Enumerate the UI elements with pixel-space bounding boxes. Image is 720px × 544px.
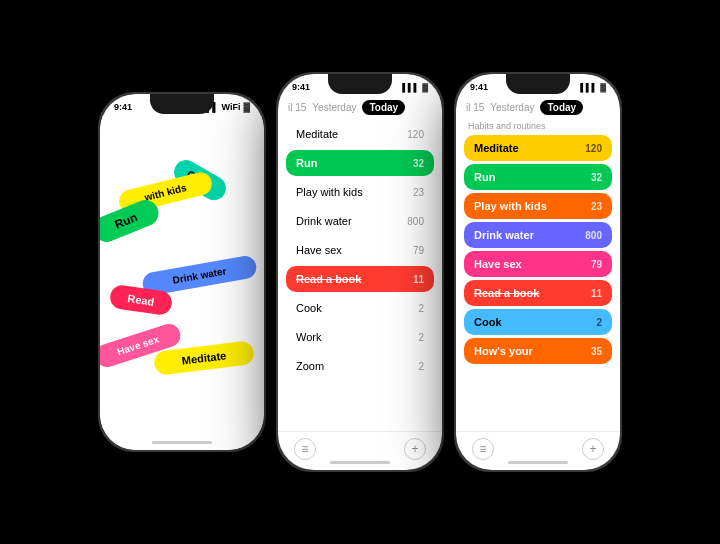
bottom-bar-right: ≡ + bbox=[456, 431, 620, 470]
habit-havesex-c: Have sex 79 bbox=[286, 237, 434, 263]
habit-label: Meditate bbox=[296, 128, 338, 140]
habit-work-c: Work 2 bbox=[286, 324, 434, 350]
habit-playkids-r: Play with kids 23 bbox=[464, 193, 612, 219]
habits-list-right: Meditate 120 Run 32 Play with kids 23 Dr… bbox=[456, 135, 620, 431]
notch-left bbox=[150, 94, 214, 114]
habit-count: 2 bbox=[418, 303, 424, 314]
habit-readbook-c: Read a book 11 bbox=[286, 266, 434, 292]
habit-count: 2 bbox=[596, 317, 602, 328]
habit-playkids-c: Play with kids 23 bbox=[286, 179, 434, 205]
habit-count: 79 bbox=[413, 245, 424, 256]
habit-cook-c: Cook 2 bbox=[286, 295, 434, 321]
habit-count: 2 bbox=[418, 361, 424, 372]
time-center: 9:41 bbox=[292, 82, 310, 92]
wifi-icon: WiFi bbox=[222, 102, 241, 112]
notch-center bbox=[328, 74, 392, 94]
nav-prev2-right: il 15 bbox=[466, 102, 484, 113]
nav-prev1-center: Yesterday bbox=[312, 102, 356, 113]
nav-prev2-center: il 15 bbox=[288, 102, 306, 113]
phone-left: 9:41 ▌▌▌ WiFi ▓ Cook with kids Run Drink… bbox=[98, 92, 266, 452]
habit-label: Play with kids bbox=[296, 186, 363, 198]
habit-count: 120 bbox=[585, 143, 602, 154]
habit-count: 79 bbox=[591, 259, 602, 270]
habit-label: How's your bbox=[474, 345, 533, 357]
habit-run-c: Run 32 bbox=[286, 150, 434, 176]
habit-count: 800 bbox=[585, 230, 602, 241]
nav-today-right[interactable]: Today bbox=[540, 100, 583, 115]
habit-label: Zoom bbox=[296, 360, 324, 372]
battery-icon-c: ▓ bbox=[422, 83, 428, 92]
habit-label: Read a book bbox=[474, 287, 539, 299]
add-icon-r[interactable]: + bbox=[582, 438, 604, 460]
habit-label: Drink water bbox=[296, 215, 352, 227]
nav-bar-right: il 15 Yesterday Today bbox=[456, 96, 620, 121]
habit-label: Cook bbox=[474, 316, 502, 328]
time-right: 9:41 bbox=[470, 82, 488, 92]
pills-area: Cook with kids Run Drink water Read Have… bbox=[100, 116, 264, 450]
bottom-bar-center: ≡ + bbox=[278, 431, 442, 470]
add-icon-c[interactable]: + bbox=[404, 438, 426, 460]
battery-icon: ▓ bbox=[243, 102, 250, 112]
status-icons-right: ▌▌▌ ▓ bbox=[580, 83, 606, 92]
habit-count: 32 bbox=[413, 158, 424, 169]
section-label-right: Habits and routines bbox=[456, 121, 620, 135]
habit-readbook-r: Read a book 11 bbox=[464, 280, 612, 306]
menu-icon-r[interactable]: ≡ bbox=[472, 438, 494, 460]
habit-havesex-r: Have sex 79 bbox=[464, 251, 612, 277]
habit-label: Work bbox=[296, 331, 321, 343]
habit-label: Have sex bbox=[474, 258, 522, 270]
status-icons-center: ▌▌▌ ▓ bbox=[402, 83, 428, 92]
habit-count: 120 bbox=[407, 129, 424, 140]
habit-count: 800 bbox=[407, 216, 424, 227]
habit-drinkwater-c: Drink water 800 bbox=[286, 208, 434, 234]
habit-zoom-c: Zoom 2 bbox=[286, 353, 434, 379]
habit-run-r: Run 32 bbox=[464, 164, 612, 190]
habit-count: 23 bbox=[413, 187, 424, 198]
habit-label: Run bbox=[296, 157, 317, 169]
habit-label: Read a book bbox=[296, 273, 361, 285]
pill-run: Run bbox=[100, 196, 162, 246]
habit-cook-r: Cook 2 bbox=[464, 309, 612, 335]
habit-label: Drink water bbox=[474, 229, 534, 241]
habits-list-center: Meditate 120 Run 32 Play with kids 23 Dr… bbox=[278, 121, 442, 431]
habit-count: 11 bbox=[591, 288, 602, 299]
habit-label: Play with kids bbox=[474, 200, 547, 212]
habit-label: Meditate bbox=[474, 142, 519, 154]
screen-center: 9:41 ▌▌▌ ▓ il 15 Yesterday Today Meditat… bbox=[278, 74, 442, 470]
notch-right bbox=[506, 74, 570, 94]
screen-left: 9:41 ▌▌▌ WiFi ▓ Cook with kids Run Drink… bbox=[100, 94, 264, 450]
habit-howsyour-r: How's your 35 bbox=[464, 338, 612, 364]
signal-icon-c: ▌▌▌ bbox=[402, 83, 419, 92]
habit-count: 35 bbox=[591, 346, 602, 357]
phones-container: 9:41 ▌▌▌ WiFi ▓ Cook with kids Run Drink… bbox=[98, 72, 622, 472]
habit-count: 32 bbox=[591, 172, 602, 183]
habit-count: 2 bbox=[418, 332, 424, 343]
habit-count: 11 bbox=[413, 274, 424, 285]
home-indicator-left bbox=[152, 441, 212, 444]
phone-right: 9:41 ▌▌▌ ▓ il 15 Yesterday Today Habits … bbox=[454, 72, 622, 472]
nav-today-center[interactable]: Today bbox=[362, 100, 405, 115]
habit-count: 23 bbox=[591, 201, 602, 212]
habit-meditate-r: Meditate 120 bbox=[464, 135, 612, 161]
battery-icon-r: ▓ bbox=[600, 83, 606, 92]
time-left: 9:41 bbox=[114, 102, 132, 112]
habit-label: Run bbox=[474, 171, 495, 183]
home-indicator-right bbox=[508, 461, 568, 464]
screen-right: 9:41 ▌▌▌ ▓ il 15 Yesterday Today Habits … bbox=[456, 74, 620, 470]
signal-icon-r: ▌▌▌ bbox=[580, 83, 597, 92]
habit-drinkwater-r: Drink water 800 bbox=[464, 222, 612, 248]
menu-icon-c[interactable]: ≡ bbox=[294, 438, 316, 460]
nav-prev1-right: Yesterday bbox=[490, 102, 534, 113]
habit-meditate-c: Meditate 120 bbox=[286, 121, 434, 147]
habit-label: Cook bbox=[296, 302, 322, 314]
home-indicator-center bbox=[330, 461, 390, 464]
phone-center: 9:41 ▌▌▌ ▓ il 15 Yesterday Today Meditat… bbox=[276, 72, 444, 472]
nav-bar-center: il 15 Yesterday Today bbox=[278, 96, 442, 121]
habit-label: Have sex bbox=[296, 244, 342, 256]
